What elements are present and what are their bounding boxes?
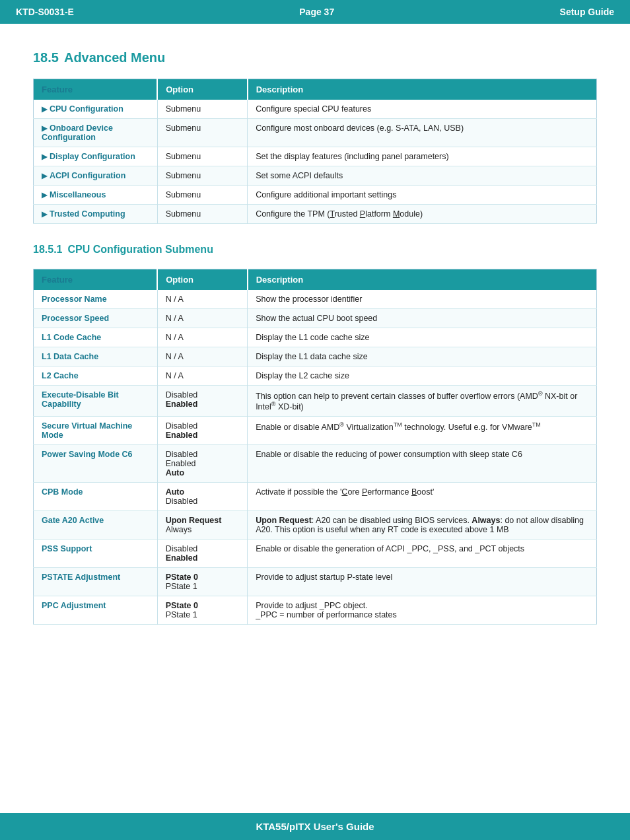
feature-cell: Processor Name bbox=[34, 290, 158, 309]
description-cell: Provide to adjust startup P-state level bbox=[248, 568, 597, 596]
table-row: ▶ MiscellaneousSubmenuConfigure addition… bbox=[34, 186, 597, 205]
option-value: Disabled bbox=[166, 390, 198, 400]
feature-cell: PSS Support bbox=[34, 540, 158, 568]
option-value: Enabled bbox=[166, 400, 198, 409]
arrow-icon: ▶ bbox=[42, 191, 47, 199]
feature-cell: PPC Adjustment bbox=[34, 596, 158, 625]
option-value: Disabled bbox=[166, 497, 198, 506]
option-value: N / A bbox=[166, 333, 184, 342]
advanced-menu-table: Feature Option Description ▶ CPU Configu… bbox=[33, 79, 597, 224]
table-row: ▶ Onboard Device ConfigurationSubmenuCon… bbox=[34, 119, 597, 147]
option-cell: PState 0PState 1 bbox=[157, 568, 247, 596]
description-cell: Provide to adjust _PPC object._PPC = num… bbox=[248, 596, 597, 625]
option-cell: AutoDisabled bbox=[157, 483, 247, 511]
option-cell: N / A bbox=[157, 328, 247, 347]
option-value: Disabled bbox=[166, 421, 198, 431]
option-value: N / A bbox=[166, 352, 184, 361]
option-value: Enabled bbox=[166, 431, 198, 440]
table-row: Processor NameN / AShow the processor id… bbox=[34, 290, 597, 309]
cpu-config-table: Feature Option Description Processor Nam… bbox=[33, 269, 597, 625]
footer-text: KTA55/pITX User's Guide bbox=[256, 821, 374, 832]
feature-cell: Execute-Disable Bit Capability bbox=[34, 386, 158, 417]
table-row: Execute-Disable Bit CapabilityDisabledEn… bbox=[34, 386, 597, 417]
section-18-5-title: Advanced Menu bbox=[64, 50, 165, 65]
table-row: Processor SpeedN / AShow the actual CPU … bbox=[34, 309, 597, 328]
description-cell: Set the display features (including pane… bbox=[248, 147, 597, 166]
description-cell: Configure most onboard devices (e.g. S-A… bbox=[248, 119, 597, 147]
table-row: PSS SupportDisabledEnabledEnable or disa… bbox=[34, 540, 597, 568]
option-cell: Submenu bbox=[157, 186, 247, 205]
option-value: N / A bbox=[166, 314, 184, 323]
option-value: PState 1 bbox=[166, 582, 197, 591]
option-cell: Upon RequestAlways bbox=[157, 511, 247, 540]
description-cell: Display the L2 cache size bbox=[248, 367, 597, 386]
feature-cell: ▶ Trusted Computing bbox=[34, 205, 158, 224]
feature-cell: Secure Virtual Machine Mode bbox=[34, 417, 158, 445]
cpu-col-option: Option bbox=[157, 269, 247, 291]
option-value: Disabled bbox=[166, 450, 198, 459]
option-value: PState 0 bbox=[166, 573, 198, 582]
option-value: Auto bbox=[166, 487, 184, 497]
section-18-5-1-title: CPU Configuration Submenu bbox=[67, 244, 213, 255]
table-row: Power Saving Mode C6DisabledEnabledAutoE… bbox=[34, 445, 597, 483]
option-value: Enabled bbox=[166, 459, 196, 468]
feature-cell: L1 Code Cache bbox=[34, 328, 158, 347]
table-row: L1 Code CacheN / ADisplay the L1 code ca… bbox=[34, 328, 597, 347]
option-value: PState 1 bbox=[166, 610, 197, 619]
header-right: Setup Guide bbox=[560, 7, 614, 17]
description-cell: Configure special CPU features bbox=[248, 100, 597, 119]
header-left: KTD-S0031-E bbox=[16, 7, 74, 17]
feature-cell: ▶ CPU Configuration bbox=[34, 100, 158, 119]
option-value: N / A bbox=[166, 371, 184, 380]
feature-cell: L1 Data Cache bbox=[34, 347, 158, 367]
feature-cell: Gate A20 Active bbox=[34, 511, 158, 540]
footer-bar: KTA55/pITX User's Guide bbox=[0, 813, 630, 840]
description-cell: Upon Request: A20 can be disabled using … bbox=[248, 511, 597, 540]
option-cell: Submenu bbox=[157, 100, 247, 119]
description-cell: Configure additional important settings bbox=[248, 186, 597, 205]
feature-cell: ▶ Display Configuration bbox=[34, 147, 158, 166]
table-row: PSTATE AdjustmentPState 0PState 1Provide… bbox=[34, 568, 597, 596]
feature-cell: PSTATE Adjustment bbox=[34, 568, 158, 596]
feature-cell: CPB Mode bbox=[34, 483, 158, 511]
option-value: Upon Request bbox=[166, 516, 222, 525]
description-cell: Show the actual CPU boot speed bbox=[248, 309, 597, 328]
option-value: N / A bbox=[166, 295, 184, 304]
description-cell: Display the L1 data cache size bbox=[248, 347, 597, 367]
arrow-icon: ▶ bbox=[42, 124, 47, 133]
arrow-icon: ▶ bbox=[42, 105, 47, 114]
description-cell: Activate if possible the 'Core Performan… bbox=[248, 483, 597, 511]
option-value: Auto bbox=[166, 468, 184, 477]
description-cell: Configure the TPM (Trusted Platform Modu… bbox=[248, 205, 597, 224]
adv-col-description: Description bbox=[248, 79, 597, 100]
arrow-icon: ▶ bbox=[42, 210, 47, 219]
description-cell: Enable or disable AMD® VirtualizationTM … bbox=[248, 417, 597, 445]
option-cell: Submenu bbox=[157, 205, 247, 224]
section-18-5-number: 18.5 bbox=[33, 50, 59, 65]
header-bar: KTD-S0031-E Page 37 Setup Guide bbox=[0, 0, 630, 24]
option-cell: Submenu bbox=[157, 147, 247, 166]
description-cell: Set some ACPI defaults bbox=[248, 166, 597, 186]
arrow-icon: ▶ bbox=[42, 172, 47, 180]
table-row: ▶ Display ConfigurationSubmenuSet the di… bbox=[34, 147, 597, 166]
cpu-col-feature: Feature bbox=[34, 269, 158, 291]
description-cell: Display the L1 code cache size bbox=[248, 328, 597, 347]
option-cell: PState 0PState 1 bbox=[157, 596, 247, 625]
option-cell: DisabledEnabled bbox=[157, 386, 247, 417]
option-cell: Submenu bbox=[157, 119, 247, 147]
option-cell: N / A bbox=[157, 309, 247, 328]
option-value: PState 0 bbox=[166, 601, 198, 610]
section-18-5-1-heading: 18.5.1CPU Configuration Submenu bbox=[33, 244, 597, 256]
option-cell: N / A bbox=[157, 290, 247, 309]
table-row: PPC AdjustmentPState 0PState 1Provide to… bbox=[34, 596, 597, 625]
arrow-icon: ▶ bbox=[42, 153, 47, 161]
description-cell: Show the processor identifier bbox=[248, 290, 597, 309]
main-content: 18.5Advanced Menu Feature Option Descrip… bbox=[0, 24, 630, 697]
feature-cell: L2 Cache bbox=[34, 367, 158, 386]
table-row: L2 CacheN / ADisplay the L2 cache size bbox=[34, 367, 597, 386]
table-row: L1 Data CacheN / ADisplay the L1 data ca… bbox=[34, 347, 597, 367]
table-row: ▶ ACPI ConfigurationSubmenuSet some ACPI… bbox=[34, 166, 597, 186]
feature-cell: Power Saving Mode C6 bbox=[34, 445, 158, 483]
table-row: ▶ Trusted ComputingSubmenuConfigure the … bbox=[34, 205, 597, 224]
adv-col-feature: Feature bbox=[34, 79, 158, 100]
